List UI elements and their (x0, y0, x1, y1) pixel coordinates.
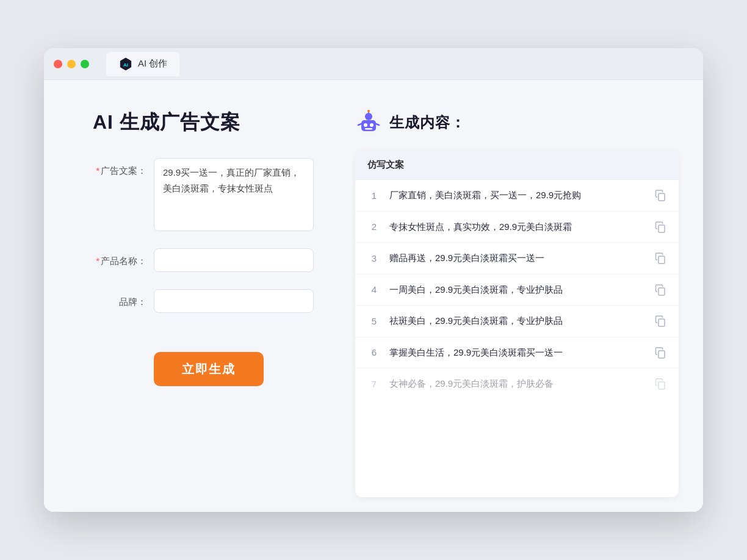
close-button[interactable] (54, 60, 62, 68)
result-text: 赠品再送，29.9元美白淡斑霜买一送一 (389, 251, 646, 265)
svg-rect-17 (659, 382, 665, 389)
result-num: 4 (367, 284, 381, 295)
copy-icon[interactable] (654, 252, 666, 264)
svg-point-8 (367, 110, 370, 112)
ai-tab-icon: AI (118, 57, 133, 71)
result-text: 专抹女性斑点，真实功效，29.9元美白淡斑霜 (389, 220, 646, 234)
svg-text:AI: AI (123, 62, 128, 68)
brand-label: 品牌： (93, 289, 154, 309)
result-text: 一周美白，29.9元美白淡斑霜，专业护肤品 (389, 283, 646, 297)
ad-copy-input[interactable]: 29.9买一送一，真正的厂家直销，美白淡斑霜，专抹女性斑点 (154, 158, 314, 231)
svg-rect-12 (659, 225, 665, 232)
result-text: 祛斑美白，29.9元美白淡斑霜，专业护肤品 (389, 314, 646, 328)
svg-point-4 (364, 123, 367, 127)
result-row: 4一周美白，29.9元美白淡斑霜，专业护肤品 (355, 275, 679, 306)
copy-icon[interactable] (654, 315, 666, 327)
result-row: 5祛斑美白，29.9元美白淡斑霜，专业护肤品 (355, 306, 679, 337)
browser-window: AI AI 创作 AI 生成广告文案 *广告文案： 29.9买一送一，真正的厂家… (44, 48, 703, 512)
result-row: 1厂家直销，美白淡斑霜，买一送一，29.9元抢购 (355, 180, 679, 212)
right-panel: 生成内容： 仿写文案 1厂家直销，美白淡斑霜，买一送一，29.9元抢购 2专抹女… (343, 80, 703, 512)
result-row: 6掌握美白生活，29.9元美白淡斑霜买一送一 (355, 337, 679, 369)
result-num: 7 (367, 379, 381, 389)
copy-icon[interactable] (654, 189, 666, 201)
result-row: 2专抹女性斑点，真实功效，29.9元美白淡斑霜 (355, 212, 679, 243)
left-panel: AI 生成广告文案 *广告文案： 29.9买一送一，真正的厂家直销，美白淡斑霜，… (44, 80, 343, 512)
svg-rect-16 (659, 351, 665, 358)
svg-point-5 (370, 123, 374, 127)
svg-point-2 (365, 113, 372, 120)
ad-copy-required: * (96, 165, 99, 176)
brand-group: 品牌： 好白 (93, 289, 314, 313)
result-row: 7女神必备，29.9元美白淡斑霜，护肤必备 (355, 368, 679, 400)
svg-line-10 (376, 124, 379, 125)
svg-rect-14 (659, 288, 665, 295)
product-name-label: *产品名称： (93, 248, 154, 268)
result-num: 5 (367, 316, 381, 326)
copy-icon[interactable] (654, 221, 666, 233)
page-title: AI 生成广告文案 (93, 109, 314, 136)
result-num: 6 (367, 347, 381, 357)
product-name-input[interactable]: 美白淡斑霜 (154, 248, 314, 272)
result-num: 3 (367, 253, 381, 264)
result-text: 厂家直销，美白淡斑霜，买一送一，29.9元抢购 (389, 188, 646, 203)
traffic-lights (54, 60, 89, 68)
brand-input[interactable]: 好白 (154, 289, 314, 313)
svg-rect-15 (659, 319, 665, 326)
results-header: 生成内容： (355, 109, 679, 136)
result-num: 2 (367, 221, 381, 232)
ad-copy-label: *广告文案： (93, 158, 154, 178)
result-text: 女神必备，29.9元美白淡斑霜，护肤必备 (389, 377, 646, 391)
product-name-group: *产品名称： 美白淡斑霜 (93, 248, 314, 272)
copy-icon[interactable] (654, 284, 666, 296)
ad-copy-group: *广告文案： 29.9买一送一，真正的厂家直销，美白淡斑霜，专抹女性斑点 (93, 158, 314, 231)
content-area: AI 生成广告文案 *广告文案： 29.9买一送一，真正的厂家直销，美白淡斑霜，… (44, 80, 703, 512)
title-bar: AI AI 创作 (44, 48, 703, 80)
maximize-button[interactable] (81, 60, 89, 68)
copy-icon[interactable] (654, 378, 666, 390)
results-list: 1厂家直销，美白淡斑霜，买一送一，29.9元抢购 2专抹女性斑点，真实功效，29… (355, 180, 679, 400)
product-name-required: * (96, 256, 99, 266)
results-table-header: 仿写文案 (355, 151, 679, 180)
generate-button[interactable]: 立即生成 (154, 352, 264, 386)
svg-line-9 (358, 124, 361, 125)
tab-label: AI 创作 (138, 58, 167, 70)
copy-icon[interactable] (654, 346, 666, 359)
result-row: 3赠品再送，29.9元美白淡斑霜买一送一 (355, 243, 679, 275)
svg-rect-13 (659, 256, 665, 264)
minimize-button[interactable] (67, 60, 76, 68)
results-title: 生成内容： (389, 113, 466, 132)
results-table: 仿写文案 1厂家直销，美白淡斑霜，买一送一，29.9元抢购 2专抹女性斑点，真实… (355, 151, 679, 497)
svg-rect-6 (365, 128, 372, 130)
result-text: 掌握美白生活，29.9元美白淡斑霜买一送一 (389, 346, 646, 360)
result-num: 1 (367, 190, 381, 201)
svg-rect-11 (659, 193, 665, 201)
robot-icon (355, 109, 382, 136)
ai-tab[interactable]: AI AI 创作 (106, 52, 179, 76)
